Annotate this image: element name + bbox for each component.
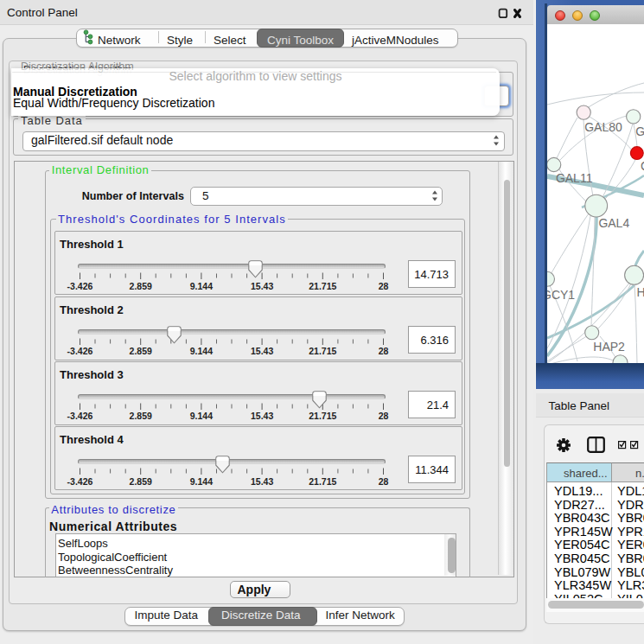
svg-text:CY...: CY... <box>641 159 644 173</box>
svg-text:GAL4: GAL4 <box>598 216 629 230</box>
svg-text:HA...: HA... <box>637 285 644 299</box>
svg-text:GAL...: GAL... <box>635 124 644 138</box>
svg-text:HAP2: HAP2 <box>593 340 625 354</box>
svg-text:GAL80: GAL80 <box>584 120 622 134</box>
svg-text:GCY1: GCY1 <box>547 288 575 302</box>
svg-text:GAL11: GAL11 <box>556 171 593 185</box>
